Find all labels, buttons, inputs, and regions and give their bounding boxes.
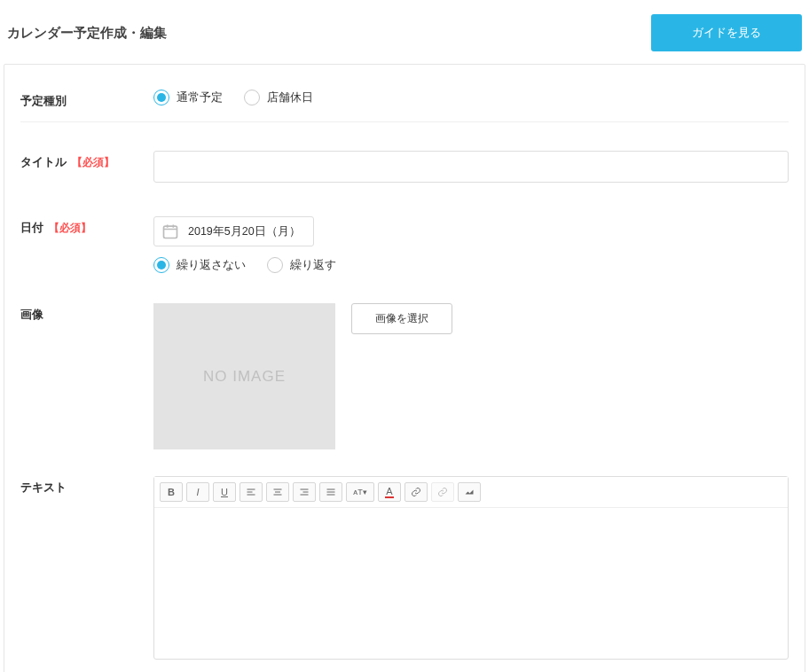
label-date: 日付 【必須】 [20,216,153,273]
editor-body[interactable] [154,508,788,659]
radio-schedule-holiday[interactable]: 店舗休日 [244,90,313,105]
align-left-button[interactable] [240,482,263,502]
align-justify-button[interactable] [319,482,342,502]
radio-label: 店舗休日 [267,90,313,105]
schedule-type-radio-group: 通常予定 店舗休日 [153,90,789,105]
radio-circle-icon [267,257,283,273]
editor-toolbar: B I U [154,477,788,508]
guide-button[interactable]: ガイドを見る [651,14,802,51]
required-badge: 【必須】 [49,222,91,234]
label-date-text: 日付 [20,221,43,234]
underline-button[interactable]: U [213,482,236,502]
rich-text-editor: B I U [153,476,789,660]
clear-format-button[interactable] [458,482,481,502]
label-title: タイトル 【必須】 [20,151,153,183]
radio-repeat[interactable]: 繰り返す [267,257,336,273]
svg-rect-0 [164,226,177,238]
date-value: 2019年5月20日（月） [188,224,301,239]
radio-circle-icon [153,90,169,105]
font-size-button[interactable]: ᴀT▾ [346,482,374,502]
radio-schedule-normal[interactable]: 通常予定 [153,90,223,105]
radio-circle-icon [244,90,260,105]
date-picker[interactable]: 2019年5月20日（月） [153,216,314,246]
page-title: カレンダー予定作成・編集 [7,25,167,42]
italic-button[interactable]: I [186,482,209,502]
radio-label: 繰り返さない [177,257,246,273]
radio-label: 繰り返す [290,257,336,273]
repeat-radio-group: 繰り返さない 繰り返す [153,257,789,273]
image-preview: NO IMAGE [153,303,335,449]
align-center-button[interactable] [266,482,289,502]
label-title-text: タイトル [20,155,67,168]
required-badge: 【必須】 [72,156,114,168]
select-image-button[interactable]: 画像を選択 [351,303,452,334]
label-schedule-type: 予定種別 [20,90,153,109]
align-right-button[interactable] [293,482,316,502]
radio-no-repeat[interactable]: 繰り返さない [153,257,246,273]
calendar-icon [161,223,179,240]
title-input[interactable] [153,151,789,183]
link-button[interactable] [404,482,428,502]
bold-button[interactable]: B [160,482,183,502]
font-color-button[interactable]: A [378,482,401,502]
radio-circle-icon [153,257,169,273]
label-text: テキスト [20,476,153,660]
unlink-button[interactable] [431,482,454,502]
no-image-text: NO IMAGE [203,368,286,386]
label-image: 画像 [20,303,153,323]
radio-label: 通常予定 [177,90,223,105]
